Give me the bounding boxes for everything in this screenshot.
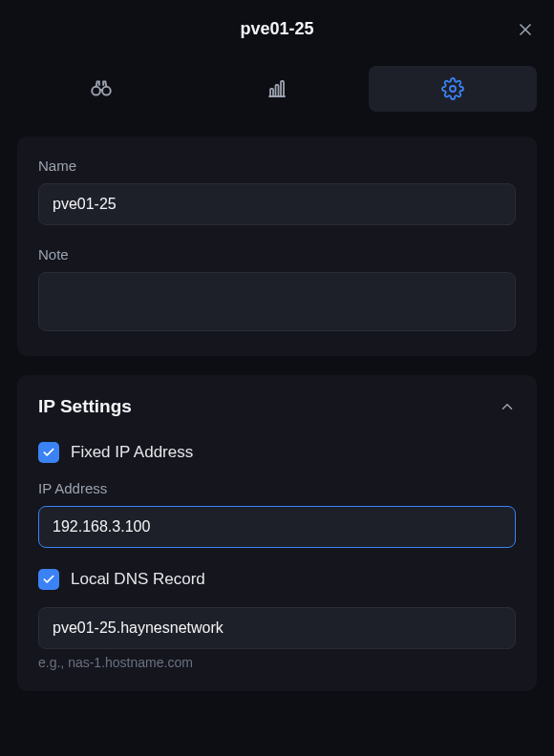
local-dns-checkbox[interactable] xyxy=(38,569,59,590)
close-icon xyxy=(516,20,535,39)
svg-rect-6 xyxy=(276,85,279,96)
fixed-ip-label: Fixed IP Address xyxy=(71,443,193,462)
svg-point-8 xyxy=(450,86,456,92)
ip-address-label: IP Address xyxy=(38,480,516,496)
svg-point-2 xyxy=(92,87,100,95)
dns-hint: e.g., nas-1.hostname.com xyxy=(38,655,516,670)
check-icon xyxy=(42,446,55,459)
binoculars-icon xyxy=(89,76,114,101)
ip-settings-title: IP Settings xyxy=(38,396,132,417)
ip-address-input[interactable] xyxy=(38,506,516,548)
svg-rect-5 xyxy=(270,89,273,96)
dns-record-input[interactable] xyxy=(38,607,516,649)
tab-overview[interactable] xyxy=(17,66,185,112)
svg-rect-7 xyxy=(281,81,284,96)
tab-settings[interactable] xyxy=(369,66,537,112)
name-label: Name xyxy=(38,158,516,174)
page-title: pve01-25 xyxy=(240,19,313,39)
ip-settings-header[interactable]: IP Settings xyxy=(38,396,516,417)
tab-stats[interactable] xyxy=(193,66,361,112)
check-icon xyxy=(42,573,55,586)
chevron-up-icon xyxy=(499,398,516,415)
fixed-ip-checkbox[interactable] xyxy=(38,442,59,463)
ip-settings-panel: IP Settings Fixed IP Address IP Address … xyxy=(17,375,537,691)
note-input[interactable] xyxy=(38,272,516,331)
general-panel: Name Note xyxy=(17,136,537,356)
local-dns-label: Local DNS Record xyxy=(71,570,205,589)
note-label: Note xyxy=(38,246,516,262)
close-button[interactable] xyxy=(516,20,535,39)
tab-bar xyxy=(0,58,554,119)
name-input[interactable] xyxy=(38,183,516,225)
gear-icon xyxy=(441,77,464,100)
bar-chart-icon xyxy=(266,77,288,100)
svg-point-3 xyxy=(102,87,111,95)
